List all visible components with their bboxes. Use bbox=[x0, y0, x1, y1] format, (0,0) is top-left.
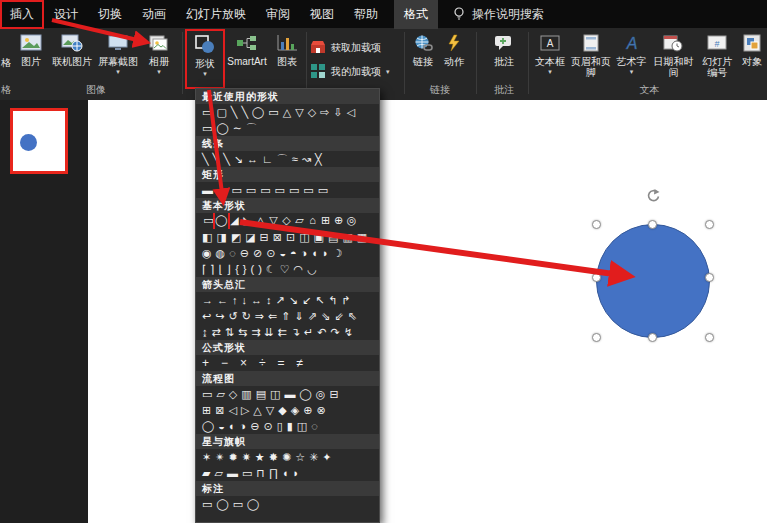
svg-text:#: # bbox=[715, 39, 720, 49]
comment-button[interactable]: 批注 bbox=[482, 30, 526, 86]
slide-thumbnail-panel bbox=[0, 100, 88, 523]
shapes-dropdown: 最近使用的形状 ▭▢╲╲◯▭△▽◇⇨⇩◁ ▭◯∼⌒ 线条 ╲╲╲↘↔∟⌒≈↝╳ … bbox=[195, 88, 380, 523]
shape-row[interactable]: ◉◍◌⊖⊘⊙◒◓◑◖◗☽ bbox=[196, 245, 379, 261]
shape-ellipse[interactable]: ◯ bbox=[215, 213, 228, 229]
selection-handle-e[interactable] bbox=[705, 273, 714, 282]
ribbon: 格 格 图片 联机图片 屏幕截图 ▾ bbox=[0, 28, 767, 100]
shapes-button[interactable]: 形状 ▾ bbox=[186, 30, 224, 88]
slide-number-button[interactable]: # 幻灯片编号 bbox=[697, 30, 737, 86]
images-group-label: 图像 bbox=[12, 83, 180, 97]
online-pictures-button[interactable]: 联机图片 bbox=[50, 30, 94, 86]
link-button[interactable]: 链接 bbox=[408, 30, 438, 86]
get-addins-button[interactable]: 获取加载项 bbox=[310, 36, 402, 60]
shape-row[interactable]: ▰▱▬▭⊓∏◖◗ bbox=[196, 465, 379, 481]
tab-insert[interactable]: 插入 bbox=[0, 0, 44, 29]
wordart-icon: A bbox=[622, 34, 642, 54]
shape-row-basic-1: ▭ ◯ ◢ ◣ △ ▽ ◇ ▱ ⌂ ⊞ ⊕ ◎ bbox=[196, 213, 379, 229]
textbox-button[interactable]: A 文本框 ▾ bbox=[532, 30, 568, 86]
shape-row[interactable]: ✶✴✹✷★✸✺☆✳✦ bbox=[196, 449, 379, 465]
chevron-down-icon: ▾ bbox=[548, 69, 552, 75]
selection-handle-se[interactable] bbox=[705, 333, 714, 342]
picture-button[interactable]: 图片 bbox=[12, 30, 50, 86]
shape-row[interactable]: ▭▢╲╲◯▭△▽◇⇨⇩◁ bbox=[196, 104, 379, 120]
shapes-icon bbox=[194, 34, 216, 56]
tab-format[interactable]: 格式 bbox=[394, 0, 438, 29]
chevron-down-icon: ▾ bbox=[157, 69, 161, 75]
links-group: 链接 动作 链接 bbox=[408, 30, 472, 98]
shape-row[interactable]: +−×÷=≠ bbox=[196, 355, 379, 371]
shape-row[interactable]: ▭◯▭◯ bbox=[196, 496, 379, 512]
picture-icon bbox=[20, 34, 42, 54]
wordart-button[interactable]: A 艺术字 ▾ bbox=[614, 30, 650, 86]
chevron-down-icon: ▾ bbox=[386, 69, 390, 75]
comments-group-label: 批注 bbox=[482, 83, 526, 97]
shape-row[interactable]: ↨⇄⇅⇆⇉⇊⇇↴↵↶↷↯ bbox=[196, 324, 379, 340]
tab-transitions[interactable]: 切换 bbox=[88, 0, 132, 29]
tab-view[interactable]: 视图 bbox=[300, 0, 344, 29]
tell-me-icon bbox=[452, 6, 466, 23]
rotate-handle-icon[interactable] bbox=[645, 188, 661, 204]
my-addins-button[interactable]: 我的加载项 ▾ bbox=[310, 60, 402, 84]
date-time-button[interactable]: 日期和时间 bbox=[650, 30, 698, 86]
header-footer-button[interactable]: 页眉和页脚 bbox=[568, 30, 614, 86]
object-icon bbox=[743, 34, 761, 54]
selection-handle-w[interactable] bbox=[592, 273, 601, 282]
shape-item[interactable]: ▱ bbox=[293, 213, 306, 229]
powerpoint-window: 插入 设计 切换 动画 幻灯片放映 审阅 视图 帮助 格式 操作说明搜索 格 格… bbox=[0, 0, 767, 523]
selection-handle-s[interactable] bbox=[648, 333, 657, 342]
store-icon bbox=[310, 40, 326, 56]
selection-handle-ne[interactable] bbox=[705, 220, 714, 229]
photo-album-button[interactable]: 相册 ▾ bbox=[142, 30, 176, 86]
shape-item[interactable]: ◣ bbox=[241, 213, 254, 229]
shape-row[interactable]: ╲╲╲↘↔∟⌒≈↝╳ bbox=[196, 151, 379, 167]
tell-me-label: 操作说明搜索 bbox=[472, 6, 544, 23]
shape-row[interactable]: ◯◒◐◑⊖⊙▯▮◫◌ bbox=[196, 418, 379, 434]
shape-item[interactable]: ⊞ bbox=[319, 213, 332, 229]
shape-item[interactable]: ◇ bbox=[280, 213, 293, 229]
shape-item[interactable]: △ bbox=[254, 213, 267, 229]
shape-item[interactable]: ⊕ bbox=[332, 213, 345, 229]
shape-row[interactable]: ⌈⌉⌊⌋{}()☾♡◠◡ bbox=[196, 261, 379, 277]
header-footer-icon bbox=[582, 34, 600, 54]
section-title-stars: 星与旗帜 bbox=[196, 434, 379, 449]
shape-item[interactable]: ◢ bbox=[228, 213, 241, 229]
table-button-partial[interactable]: 格 bbox=[1, 56, 11, 70]
chart-icon bbox=[276, 34, 298, 54]
smartart-button[interactable]: SmartArt bbox=[224, 30, 270, 86]
shape-row[interactable]: ▬▭▭▭▭▭▭▭▭ bbox=[196, 182, 379, 198]
shape-item[interactable]: ⌂ bbox=[306, 213, 319, 229]
shape-row[interactable]: ▭◯∼⌒ bbox=[196, 120, 379, 136]
selection-handle-nw[interactable] bbox=[592, 220, 601, 229]
tab-review[interactable]: 审阅 bbox=[256, 0, 300, 29]
shape-row[interactable]: ↩↪↺↻⇒⇐⇑⇓⇗⇘⇙⇖ bbox=[196, 308, 379, 324]
images-group: 图片 联机图片 屏幕截图 ▾ 相册 ▾ 图像 bbox=[12, 30, 180, 98]
tab-slideshow[interactable]: 幻灯片放映 bbox=[176, 0, 256, 29]
shape-row[interactable]: ▭▱◇▥▤◫▬◯◎⊟ bbox=[196, 386, 379, 402]
selected-ellipse-shape[interactable] bbox=[596, 224, 710, 338]
slide-number-icon: # bbox=[707, 34, 727, 54]
section-title-flowchart: 流程图 bbox=[196, 371, 379, 386]
object-button[interactable]: 对象 bbox=[737, 30, 767, 86]
shape-row[interactable]: ◧◨◩◪⊟⊠⊡◫▣▤▥▦ bbox=[196, 229, 379, 245]
tab-design[interactable]: 设计 bbox=[44, 0, 88, 29]
tab-animations[interactable]: 动画 bbox=[132, 0, 176, 29]
selection-handle-sw[interactable] bbox=[592, 333, 601, 342]
selection-handle-n[interactable] bbox=[648, 220, 657, 229]
screenshot-icon bbox=[107, 34, 129, 54]
shape-item[interactable]: ▭ bbox=[202, 213, 215, 229]
section-title-basic: 基本形状 bbox=[196, 198, 379, 213]
textbox-icon: A bbox=[540, 34, 560, 54]
tab-help[interactable]: 帮助 bbox=[344, 0, 388, 29]
action-button[interactable]: 动作 bbox=[438, 30, 470, 86]
slide-thumbnail[interactable] bbox=[10, 108, 68, 174]
shape-row[interactable]: ⊞⊠◁▷△▽◆◈⊕⊗ bbox=[196, 402, 379, 418]
shape-item[interactable]: ◎ bbox=[345, 213, 358, 229]
chevron-down-icon: ▾ bbox=[203, 71, 207, 77]
chart-button[interactable]: 图表 bbox=[270, 30, 304, 86]
shape-row[interactable]: →←↑↓↔↕↗↘↙↖↰↱ bbox=[196, 292, 379, 308]
shape-item[interactable]: ▽ bbox=[267, 213, 280, 229]
tell-me-search[interactable]: 操作说明搜索 bbox=[452, 6, 544, 23]
table-group-partial: 格 格 bbox=[0, 30, 11, 98]
screenshot-button[interactable]: 屏幕截图 ▾ bbox=[94, 30, 142, 86]
chevron-down-icon: ▾ bbox=[116, 69, 120, 75]
